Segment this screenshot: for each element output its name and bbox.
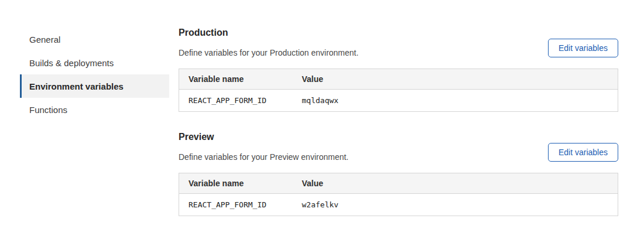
environment-variables-panel: Production Edit variables Define variabl… <box>179 26 618 216</box>
edit-variables-button-production[interactable]: Edit variables <box>548 39 618 57</box>
production-section: Production Edit variables Define variabl… <box>179 26 618 112</box>
table-header-row: Variable name Value <box>179 173 618 194</box>
preview-section-title: Preview <box>179 131 618 144</box>
edit-variables-button-preview[interactable]: Edit variables <box>548 143 618 162</box>
sidebar-item-environment-variables[interactable]: Environment variables <box>20 74 169 98</box>
production-variables-table: Variable name Value REACT_APP_FORM_ID mq… <box>179 69 618 112</box>
sidebar-item-functions[interactable]: Functions <box>20 98 169 121</box>
variable-name-column-header: Variable name <box>179 173 293 194</box>
production-section-title: Production <box>179 26 618 39</box>
sidebar-item-general[interactable]: General <box>20 28 169 51</box>
settings-sidebar: General Builds & deployments Environment… <box>20 28 169 121</box>
value-column-header: Value <box>293 173 618 194</box>
preview-variables-table: Variable name Value REACT_APP_FORM_ID w2… <box>179 173 618 216</box>
table-header-row: Variable name Value <box>179 69 618 90</box>
table-row: REACT_APP_FORM_ID mqldaqwx <box>179 90 618 112</box>
value-column-header: Value <box>293 69 618 90</box>
variable-value-cell: mqldaqwx <box>293 90 618 112</box>
sidebar-item-builds-deployments[interactable]: Builds & deployments <box>20 51 169 74</box>
table-row: REACT_APP_FORM_ID w2afelkv <box>179 194 618 216</box>
preview-section: Preview Edit variables Define variables … <box>179 131 618 216</box>
variable-name-column-header: Variable name <box>179 69 293 90</box>
variable-value-cell: w2afelkv <box>293 194 618 216</box>
variable-name-cell: REACT_APP_FORM_ID <box>179 90 293 112</box>
variable-name-cell: REACT_APP_FORM_ID <box>179 194 293 216</box>
